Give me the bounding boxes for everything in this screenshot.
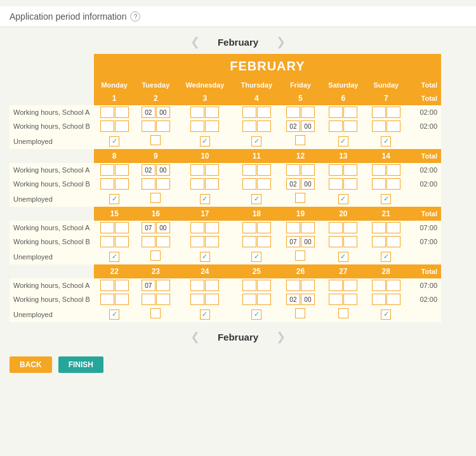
week3-row1-day4-hours[interactable] xyxy=(242,222,256,233)
week1-row1-day5-minutes[interactable] xyxy=(301,107,315,118)
week2-unemployed-day7-checkbox[interactable]: ✓ xyxy=(381,194,391,204)
week4-row1-day7-minutes[interactable] xyxy=(387,280,400,291)
week4-row2-day5-hours[interactable] xyxy=(286,294,300,305)
week4-row1-day2-hours[interactable] xyxy=(142,280,155,291)
week4-row1-day3-minutes[interactable] xyxy=(205,280,219,291)
week1-row1-day6-hours[interactable] xyxy=(329,107,343,118)
week3-row2-day3-minutes[interactable] xyxy=(205,236,219,247)
week2-row1-day5-hours[interactable] xyxy=(286,164,300,176)
week3-unemployed-day4-checkbox[interactable]: ✓ xyxy=(251,252,261,262)
week1-row1-day1-minutes[interactable] xyxy=(115,107,129,118)
week4-row2-day7-hours[interactable] xyxy=(372,294,386,305)
week1-row1-day5-hours[interactable] xyxy=(286,107,300,118)
week1-row1-day4-hours[interactable] xyxy=(242,107,256,118)
week3-unemployed-day2-checkbox[interactable] xyxy=(150,251,161,261)
week1-unemployed-day1-checkbox[interactable]: ✓ xyxy=(109,136,119,147)
week2-row2-day4-hours[interactable] xyxy=(242,178,256,190)
week2-row2-day4-minutes[interactable] xyxy=(257,178,271,190)
week1-row1-day7-minutes[interactable] xyxy=(387,107,400,118)
week4-row2-day5-minutes[interactable] xyxy=(301,294,315,305)
week4-unemployed-day6-checkbox[interactable] xyxy=(338,308,348,318)
week1-row2-day6-hours[interactable] xyxy=(329,121,343,132)
week4-row2-day3-minutes[interactable] xyxy=(205,294,219,305)
next-month-arrow-bottom[interactable]: ❯ xyxy=(271,329,291,345)
week1-unemployed-day7-checkbox[interactable]: ✓ xyxy=(381,136,391,147)
week2-row1-day4-minutes[interactable] xyxy=(257,164,271,176)
week3-unemployed-day1-checkbox[interactable]: ✓ xyxy=(109,252,119,262)
finish-button[interactable]: FINISH xyxy=(58,356,103,373)
week3-row2-day1-minutes[interactable] xyxy=(115,236,129,247)
week3-row2-day2-hours[interactable] xyxy=(142,236,155,247)
week4-row2-day2-hours[interactable] xyxy=(142,294,155,305)
week1-row2-day7-hours[interactable] xyxy=(372,121,386,132)
week2-row1-day7-hours[interactable] xyxy=(372,164,386,176)
week3-row1-day5-hours[interactable] xyxy=(286,222,300,233)
week2-row1-day1-minutes[interactable] xyxy=(115,164,129,176)
week2-row2-day6-minutes[interactable] xyxy=(343,178,357,190)
week1-unemployed-day4-checkbox[interactable]: ✓ xyxy=(251,136,261,147)
week4-row2-day6-hours[interactable] xyxy=(329,294,343,305)
week2-row1-day4-hours[interactable] xyxy=(242,164,256,176)
week2-row1-day2-hours[interactable] xyxy=(142,164,155,176)
week2-unemployed-day2-checkbox[interactable] xyxy=(150,193,161,203)
week4-row2-day6-minutes[interactable] xyxy=(343,294,357,305)
week1-row1-day2-hours[interactable] xyxy=(142,107,155,118)
week1-row2-day4-hours[interactable] xyxy=(242,121,256,132)
week1-row2-day2-minutes[interactable] xyxy=(156,121,170,132)
week4-row1-day3-hours[interactable] xyxy=(190,280,204,291)
week4-row2-day3-hours[interactable] xyxy=(190,294,204,305)
week1-row2-day3-hours[interactable] xyxy=(190,121,204,132)
week2-row1-day2-minutes[interactable] xyxy=(156,164,170,176)
week2-row2-day1-minutes[interactable] xyxy=(115,178,129,190)
week4-row1-day6-hours[interactable] xyxy=(329,280,343,291)
week2-unemployed-day1-checkbox[interactable]: ✓ xyxy=(109,194,119,204)
week3-row2-day1-hours[interactable] xyxy=(100,236,114,247)
week1-unemployed-day2-checkbox[interactable] xyxy=(150,135,161,145)
week1-row1-day6-minutes[interactable] xyxy=(343,107,357,118)
week1-row2-day5-hours[interactable] xyxy=(286,121,300,132)
week2-unemployed-day3-checkbox[interactable]: ✓ xyxy=(200,194,210,204)
week3-row1-day2-hours[interactable] xyxy=(142,222,155,233)
week2-row1-day1-hours[interactable] xyxy=(100,164,114,176)
week1-unemployed-day6-checkbox[interactable]: ✓ xyxy=(338,136,348,147)
week1-row1-day4-minutes[interactable] xyxy=(257,107,271,118)
week4-unemployed-day7-checkbox[interactable]: ✓ xyxy=(381,309,391,320)
week2-row2-day5-hours[interactable] xyxy=(286,178,300,190)
week2-row1-day6-minutes[interactable] xyxy=(343,164,357,176)
week2-unemployed-day6-checkbox[interactable]: ✓ xyxy=(338,194,348,204)
week4-row2-day1-hours[interactable] xyxy=(100,294,114,305)
week4-unemployed-day1-checkbox[interactable]: ✓ xyxy=(109,309,119,320)
week4-row2-day4-minutes[interactable] xyxy=(257,294,271,305)
week2-row2-day3-minutes[interactable] xyxy=(205,178,219,190)
week2-row1-day3-hours[interactable] xyxy=(190,164,204,176)
week4-row1-day1-hours[interactable] xyxy=(100,280,114,291)
week3-row1-day5-minutes[interactable] xyxy=(301,222,315,233)
week2-row2-day6-hours[interactable] xyxy=(329,178,343,190)
week3-row1-day7-hours[interactable] xyxy=(372,222,386,233)
week3-row2-day6-hours[interactable] xyxy=(329,236,343,247)
help-icon[interactable]: ? xyxy=(130,11,140,22)
week3-row2-day6-minutes[interactable] xyxy=(343,236,357,247)
week3-row2-day7-hours[interactable] xyxy=(372,236,386,247)
week3-row1-day4-minutes[interactable] xyxy=(257,222,271,233)
week4-row1-day6-minutes[interactable] xyxy=(343,280,357,291)
prev-month-arrow-bottom[interactable]: ❮ xyxy=(185,329,205,345)
week1-row2-day5-minutes[interactable] xyxy=(301,121,315,132)
week4-unemployed-day4-checkbox[interactable]: ✓ xyxy=(251,309,261,320)
week2-row1-day3-minutes[interactable] xyxy=(205,164,219,176)
week2-row2-day2-minutes[interactable] xyxy=(156,178,170,190)
week2-row1-day6-hours[interactable] xyxy=(329,164,343,176)
week1-row2-day4-minutes[interactable] xyxy=(257,121,271,132)
week2-row1-day5-minutes[interactable] xyxy=(301,164,315,176)
week3-unemployed-day5-checkbox[interactable] xyxy=(295,251,305,261)
week4-row1-day1-minutes[interactable] xyxy=(115,280,129,291)
week3-unemployed-day6-checkbox[interactable]: ✓ xyxy=(338,252,348,262)
week2-row2-day5-minutes[interactable] xyxy=(301,178,315,190)
week4-row1-day5-hours[interactable] xyxy=(286,280,300,291)
back-button[interactable]: BACK xyxy=(10,356,52,373)
week1-row1-day2-minutes[interactable] xyxy=(156,107,170,118)
week4-unemployed-day5-checkbox[interactable] xyxy=(295,308,305,318)
next-month-arrow-top[interactable]: ❯ xyxy=(271,34,291,50)
week3-row2-day5-minutes[interactable] xyxy=(301,236,315,247)
week1-unemployed-day3-checkbox[interactable]: ✓ xyxy=(200,136,210,147)
